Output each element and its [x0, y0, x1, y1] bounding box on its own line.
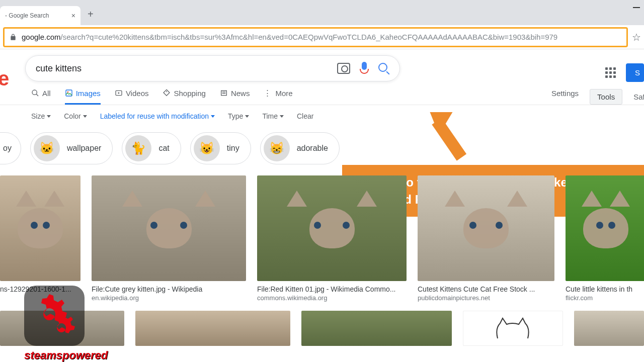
chevron-down-icon	[280, 115, 284, 118]
result-thumbnail[interactable]	[92, 175, 246, 281]
settings-link[interactable]: Settings	[551, 89, 579, 105]
filter-usage-rights[interactable]: Labeled for reuse with modification	[100, 112, 215, 120]
tab-more[interactable]: ⋮ More	[264, 88, 292, 105]
window-minimize-icon[interactable]	[633, 7, 640, 8]
annotation-arrow	[428, 105, 473, 167]
result-caption: Cutest Kittens Cute Cat Free Stock ...	[418, 285, 554, 293]
search-input[interactable]	[36, 63, 337, 74]
svg-rect-2	[66, 90, 72, 96]
more-dots-icon: ⋮	[264, 88, 272, 98]
gear-icon	[29, 291, 79, 341]
chevron-down-icon	[83, 115, 87, 118]
result-thumbnail[interactable]	[301, 311, 452, 346]
svg-point-0	[32, 90, 37, 95]
result-thumbnail[interactable]	[257, 175, 407, 281]
mic-icon[interactable]	[359, 62, 369, 75]
chip-item[interactable]: oy	[0, 132, 21, 164]
chip-item[interactable]: 🐈cat	[122, 132, 181, 164]
cat-outline-icon	[488, 313, 538, 343]
related-chips: oy 🐱wallpaper 🐈cat 😺tiny 😸adorable	[0, 132, 644, 164]
result-source: commons.wikimedia.org	[257, 294, 407, 302]
video-icon	[115, 89, 123, 97]
chip-thumbnail: 🐈	[125, 135, 151, 161]
image-result[interactable]: Cutest Kittens Cute Cat Free Stock ... p…	[418, 175, 554, 302]
chip-thumbnail: 😺	[194, 135, 220, 161]
news-icon	[220, 89, 228, 97]
image-result[interactable]: Cute little kittens in th flickr.com	[566, 175, 644, 302]
filter-type[interactable]: Type	[228, 112, 249, 120]
result-thumbnail[interactable]	[574, 311, 644, 346]
image-results-row: ns-12929201-1600-1... File:Cute grey kit…	[0, 175, 644, 302]
tab-all[interactable]: All	[31, 89, 51, 105]
google-logo[interactable]: e	[0, 67, 9, 90]
safesearch-link[interactable]: Safe	[633, 93, 644, 101]
chip-thumbnail: 🐱	[34, 135, 60, 161]
result-source: en.wikipedia.org	[92, 294, 246, 302]
watermark: steamspowered	[24, 286, 108, 362]
tab-title: - Google Search	[5, 12, 49, 19]
bookmark-star-icon[interactable]: ☆	[632, 31, 641, 43]
search-tabs: All Images Videos Shopping News ⋮ More S…	[31, 88, 644, 105]
chip-item[interactable]: 😸adorable	[260, 132, 340, 164]
result-thumbnail[interactable]	[0, 175, 80, 281]
search-box	[25, 55, 400, 81]
tab-news[interactable]: News	[220, 89, 250, 105]
filter-color[interactable]: Color	[64, 112, 87, 120]
result-thumbnail[interactable]	[135, 311, 290, 346]
search-small-icon	[31, 89, 39, 97]
result-caption: File:Cute grey kitten.jpg - Wikipedia	[92, 285, 246, 293]
tools-filters: Size Color Labeled for reuse with modifi…	[31, 112, 644, 120]
result-thumbnail[interactable]	[463, 311, 563, 346]
result-caption: Cute little kittens in th	[566, 285, 644, 293]
image-result[interactable]: File:Red Kitten 01.jpg - Wikimedia Commo…	[257, 175, 407, 302]
apps-grid-icon[interactable]	[605, 67, 616, 78]
result-source: publicdomainpictures.net	[418, 294, 554, 302]
image-result[interactable]: File:Cute grey kitten.jpg - Wikipedia en…	[92, 175, 246, 302]
address-bar-row: google.com/search?q=cute%20kittens&tbm=i…	[0, 25, 644, 49]
watermark-logo	[24, 286, 85, 346]
svg-point-5	[166, 91, 167, 92]
chip-thumbnail: 😸	[264, 135, 290, 161]
filter-time[interactable]: Time	[262, 112, 284, 120]
camera-icon[interactable]	[337, 63, 350, 74]
tag-icon	[163, 89, 171, 97]
close-tab-icon[interactable]: ×	[71, 12, 75, 20]
new-tab-button[interactable]: +	[88, 9, 94, 20]
image-result[interactable]: ns-12929201-1600-1...	[0, 175, 80, 302]
search-icon[interactable]	[378, 63, 389, 74]
browser-tab[interactable]: - Google Search ×	[0, 6, 80, 25]
browser-tab-strip: - Google Search × +	[0, 0, 644, 25]
search-row	[25, 55, 644, 81]
result-caption: File:Red Kitten 01.jpg - Wikimedia Commo…	[257, 285, 407, 293]
url-domain: google.com	[22, 33, 61, 41]
result-thumbnail[interactable]	[418, 175, 554, 281]
chip-item[interactable]: 🐱wallpaper	[30, 132, 113, 164]
header-right-controls: S	[605, 63, 644, 82]
result-thumbnail[interactable]	[566, 175, 644, 281]
url-path: /search?q=cute%20kittens&tbm=isch&tbs=su…	[61, 33, 558, 41]
tab-images[interactable]: Images	[65, 89, 101, 105]
chevron-down-icon	[245, 115, 249, 118]
lock-icon	[10, 34, 17, 41]
svg-point-3	[67, 92, 68, 93]
watermark-text: steamspowered	[24, 349, 108, 362]
result-source: flickr.com	[566, 294, 644, 302]
tools-button[interactable]: Tools	[590, 89, 622, 105]
chevron-down-icon	[211, 115, 215, 118]
chevron-down-icon	[47, 115, 51, 118]
filter-size[interactable]: Size	[31, 112, 51, 120]
svg-line-1	[36, 94, 38, 96]
tab-shopping[interactable]: Shopping	[163, 89, 205, 105]
tab-videos[interactable]: Videos	[115, 89, 149, 105]
filter-clear[interactable]: Clear	[297, 112, 313, 120]
chip-item[interactable]: 😺tiny	[190, 132, 251, 164]
address-bar[interactable]: google.com/search?q=cute%20kittens&tbm=i…	[3, 27, 628, 47]
image-icon	[65, 89, 73, 97]
signin-button[interactable]: S	[626, 63, 644, 82]
